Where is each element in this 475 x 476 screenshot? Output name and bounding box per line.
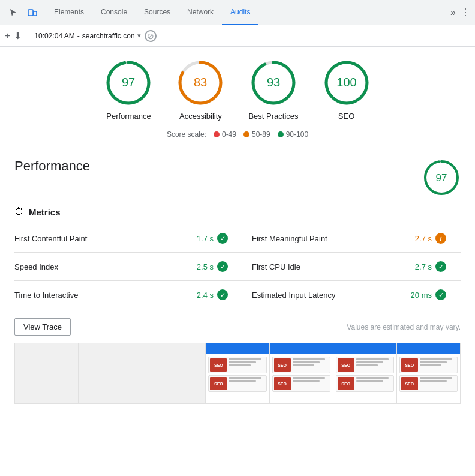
metric-speed-index: Speed Index 2.5 s ✓ [14,253,237,281]
metric-fcp-label: First Contentful Paint [14,234,87,243]
si-check-icon: ✓ [217,261,228,272]
metric-time-to-interactive: Time to Interactive 2.4 s ✓ [14,281,237,309]
metric-tti-value: 2.4 s [197,291,214,300]
tab-elements[interactable]: Elements [46,0,92,25]
separator [28,30,28,42]
metric-first-cpu-idle: First CPU Idle 2.7 s ✓ [237,253,461,281]
url-address: searchtraffic.con [82,32,135,40]
filmstrip-frame-3 [142,343,206,403]
cursor-icon-btn[interactable] [5,4,22,21]
tti-check-icon: ✓ [217,289,228,300]
scale-green-dot [278,131,284,137]
filmstrip-thumb-4: SEO SEO [206,343,269,403]
filmstrip-thumb-3 [142,343,205,403]
tab-network[interactable]: Network [179,0,222,25]
svg-text:100: 100 [336,76,356,89]
more-tabs-btn[interactable]: » [450,7,456,18]
metric-tti-value-wrap: 2.4 s ✓ [197,289,228,300]
score-scale-label: Score scale: [167,130,206,139]
fcp-check-icon: ✓ [217,233,228,244]
main-content: 97 Performance 83 Accessibility 93 [0,47,475,476]
filmstrip-thumb-7: SEO SEO [397,343,460,403]
filmstrip-frame-6: SEO SEO [333,343,397,403]
metric-first-contentful-paint: First Contentful Paint 1.7 s ✓ [14,224,237,253]
scale-green-label: 90-100 [286,130,308,139]
filmstrip-thumb-6: SEO SEO [333,343,396,403]
download-btn[interactable]: ⬇ [14,30,22,41]
fmp-info-icon: i [435,233,446,244]
score-circles: 97 Performance 83 Accessibility 93 [104,59,370,121]
scale-orange-dot [243,131,249,137]
score-performance: 97 Performance [104,59,152,121]
svg-text:97: 97 [122,76,135,89]
performance-circle: 97 [104,59,152,107]
fci-check-icon: ✓ [435,261,446,272]
metric-eil-value: 20 ms [411,291,432,300]
svg-text:97: 97 [436,172,447,184]
eil-check-icon: ✓ [435,289,446,300]
metric-eil-label: Estimated Input Latency [252,291,335,300]
metric-estimated-input-latency: Estimated Input Latency 20 ms ✓ [237,281,461,309]
filmstrip-frame-1 [15,343,79,403]
scale-orange-label: 50-89 [252,130,270,139]
metric-fci-value: 2.7 s [415,262,432,271]
url-chevron-icon[interactable]: ▾ [137,32,141,40]
url-display: 10:02:04 AM - searchtraffic.con ▾ [34,32,140,40]
metric-si-value-wrap: 2.5 s ✓ [197,261,228,272]
score-accessibility: 83 Accessibility [176,59,224,121]
filmstrip-frame-7: SEO SEO [397,343,460,403]
scale-green: 90-100 [278,130,308,139]
filmstrip-thumb-1 [15,343,78,403]
filmstrip-frame-2 [79,343,142,403]
svg-text:83: 83 [194,76,207,89]
score-section: 97 Performance 83 Accessibility 93 [0,47,475,146]
seo-circle: 100 [323,59,371,107]
kebab-menu-btn[interactable]: ⋮ [461,7,470,18]
block-icon[interactable]: ⊘ [145,30,157,42]
estimated-note: Values are estimated and may vary. [347,323,461,331]
metric-si-label: Speed Index [14,262,58,271]
metric-fmp-value: 2.7 s [415,234,432,243]
scale-red-label: 0-49 [222,130,236,139]
svg-rect-1 [34,11,37,16]
seo-label: SEO [338,112,354,121]
url-bar: + ⬇ 10:02:04 AM - searchtraffic.con ▾ ⊘ [0,25,475,47]
devtools-toolbar: Elements Console Sources Network Audits … [0,0,475,25]
new-tab-btn[interactable]: + [5,31,10,41]
device-toggle-btn[interactable] [24,4,41,21]
metric-fci-label: First CPU Idle [252,262,300,271]
metrics-grid: First Contentful Paint 1.7 s ✓ First Mea… [14,224,461,309]
best-practices-label: Best Practices [248,112,298,121]
accessibility-label: Accessibility [179,112,222,121]
metric-fmp-value-wrap: 2.7 s i [415,233,446,244]
svg-text:93: 93 [267,76,280,89]
metric-si-value: 2.5 s [197,262,214,271]
performance-label: Performance [106,112,151,121]
filmstrip-frame-5: SEO SEO [270,343,333,403]
filmstrip-thumb-5: SEO SEO [270,343,333,403]
tab-sources[interactable]: Sources [136,0,179,25]
svg-rect-0 [28,10,33,16]
score-scale: Score scale: 0-49 50-89 90-100 [167,130,308,139]
view-trace-button[interactable]: View Trace [14,318,71,336]
perf-title: Performance [14,158,90,174]
filmstrip: SEO SEO [14,343,461,404]
scale-orange: 50-89 [243,130,270,139]
metrics-header: ⏱ Metrics [14,206,461,217]
metric-fmp-label: First Meaningful Paint [252,234,327,243]
metric-tti-label: Time to Interactive [14,291,78,300]
metric-fcp-value-wrap: 1.7 s ✓ [197,233,228,244]
filmstrip-thumb-2 [79,343,142,403]
scale-red: 0-49 [214,130,236,139]
metrics-title: Metrics [29,207,61,217]
score-seo: 100 SEO [323,59,371,121]
tab-audits[interactable]: Audits [222,0,258,25]
filmstrip-frame-4: SEO SEO [206,343,269,403]
url-time: 10:02:04 AM [34,32,74,40]
accessibility-circle: 83 [176,59,224,107]
score-best-practices: 93 Best Practices [248,59,298,121]
stopwatch-icon: ⏱ [14,206,24,217]
tab-console[interactable]: Console [92,0,136,25]
perf-score-circle: 97 [422,158,461,197]
performance-section: Performance 97 ⏱ Metrics First Contentfu… [0,146,475,404]
